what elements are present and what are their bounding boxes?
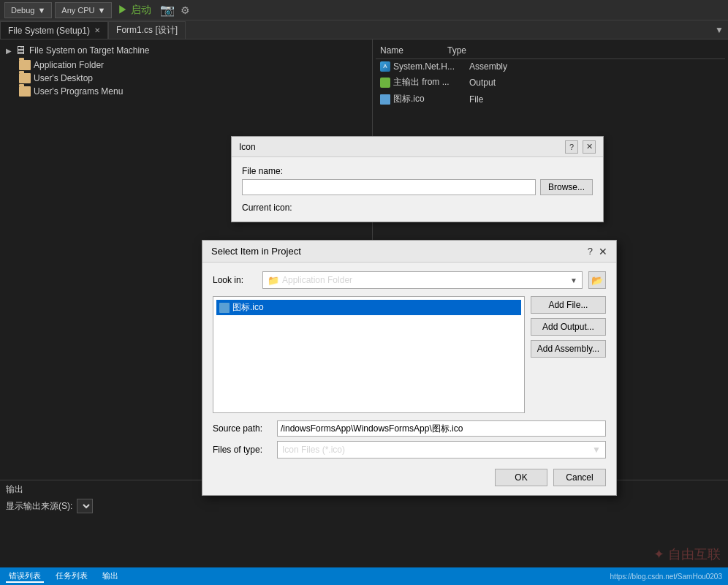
filename-input[interactable] — [242, 179, 536, 195]
tree-item-root[interactable]: ▶ 🖥 File System on Target Machine — [3, 42, 369, 58]
tree-item-appfolder[interactable]: Application Folder — [16, 58, 369, 72]
files-type-label: Files of type: — [213, 445, 271, 455]
tab-filesystem-close[interactable]: ✕ — [94, 26, 100, 34]
output-source-dropdown[interactable] — [77, 499, 93, 513]
select-dialog-title-text: Select Item in Project — [211, 246, 301, 257]
files-type-chevron: ▼ — [592, 445, 601, 455]
tree-item-desktop[interactable]: User's Desktop — [16, 72, 369, 85]
ok-cancel-row: OK Cancel — [213, 466, 606, 486]
debug-label: Debug — [11, 6, 34, 15]
look-in-row: Look in: 📁 Application Folder ▼ 📂 — [213, 271, 606, 289]
ok-button[interactable]: OK — [495, 469, 547, 486]
look-in-folder-button[interactable]: 📂 — [588, 271, 606, 289]
tab-dropdown-icon[interactable]: ▼ — [715, 25, 724, 35]
folder-dropdown-icon: 📁 — [268, 275, 279, 286]
col-name-header: Name — [380, 45, 403, 56]
add-output-button[interactable]: Add Output... — [531, 318, 606, 336]
side-buttons: Add File... Add Output... Add Assembly..… — [531, 296, 606, 413]
tab-filesystem-label: File System (Setup1) — [8, 26, 90, 36]
nt-row-1[interactable]: 主输出 from ... Output — [376, 74, 725, 91]
statusbar-url: https://blog.csdn.net/SamHou0203 — [610, 573, 722, 581]
folder-browse-icon: 📂 — [591, 275, 603, 286]
watermark-logo: ✦ 自由互联 — [653, 546, 721, 563]
select-dialog-help-btn[interactable]: ? — [588, 246, 593, 257]
file-item-0[interactable]: 图标.ico — [216, 300, 521, 315]
icon-dialog-close-btn[interactable]: ✕ — [583, 140, 596, 154]
output-source: 显示输出来源(S): — [6, 499, 722, 513]
icon-dialog: Icon ? ✕ File name: Browse... Current ic… — [231, 136, 604, 222]
dropdown-chevron: ▼ — [570, 276, 577, 284]
icon-dialog-help-btn[interactable]: ? — [565, 140, 578, 154]
output-source-label: 显示输出来源(S): — [6, 500, 72, 513]
add-assembly-button[interactable]: Add Assembly... — [531, 340, 606, 358]
browse-button[interactable]: Browse... — [540, 179, 593, 195]
tab-filesystem[interactable]: File System (Setup1) ✕ — [0, 21, 108, 39]
statusbar-tab-tasks[interactable]: 任务列表 — [53, 570, 91, 583]
file-list-area: 图标.ico Add File... Add Output... Add Ass… — [213, 296, 606, 413]
file-item-name-0: 图标.ico — [232, 301, 264, 314]
folder-icon-3 — [19, 86, 31, 97]
settings-icon: ⚙ — [181, 4, 190, 16]
tree-item-programs[interactable]: User's Programs Menu — [16, 85, 369, 98]
tree-item-desktop-label: User's Desktop — [34, 73, 93, 83]
tabbar: File System (Setup1) ✕ Form1.cs [设计] ▼ — [0, 20, 728, 39]
tree-root: ▶ 🖥 File System on Target Machine Applic… — [3, 42, 369, 98]
select-item-dialog: Select Item in Project ? ✕ Look in: 📁 Ap… — [202, 240, 617, 496]
camera-icon: 📷 — [160, 3, 175, 17]
select-dialog-close-btn[interactable]: ✕ — [599, 246, 607, 257]
tab-form1[interactable]: Form1.cs [设计] — [108, 21, 186, 39]
files-type-dropdown[interactable]: Icon Files (*.ico) ▼ — [277, 441, 606, 458]
file-icon — [380, 94, 390, 105]
icon-dialog-title-text: Icon — [239, 142, 256, 152]
tab-form1-label: Form1.cs [设计] — [116, 24, 178, 37]
folder-icon — [19, 60, 31, 70]
select-dialog-titlebar: Select Item in Project ? ✕ — [202, 241, 616, 263]
nt-type-2: File — [469, 94, 483, 105]
cpu-dropdown[interactable]: Any CPU ▼ — [55, 2, 112, 18]
watermark: ✦ 自由互联 — [653, 546, 721, 563]
debug-dropdown[interactable]: Debug ▼ — [4, 2, 52, 18]
cpu-label: Any CPU — [61, 6, 94, 15]
col-type-header: Type — [447, 45, 466, 56]
folder-icon-2 — [19, 73, 31, 83]
collapse-icon: ▶ — [6, 47, 12, 55]
filename-label: File name: — [242, 166, 593, 176]
nt-type-1: Output — [469, 78, 496, 88]
look-in-label: Look in: — [213, 275, 257, 285]
output-icon — [380, 78, 390, 88]
look-in-dropdown[interactable]: 📁 Application Folder ▼ — [262, 271, 583, 289]
filename-row: Browse... — [242, 179, 593, 195]
file-list[interactable]: 图标.ico — [213, 296, 525, 413]
tree-root-label: File System on Target Machine — [29, 45, 150, 56]
statusbar-tabs: 错误列表 任务列表 输出 — [6, 570, 121, 583]
file-item-icon-0 — [219, 303, 230, 313]
nt-name-0: System.Net.H... — [393, 61, 466, 72]
source-path-label: Source path: — [213, 423, 271, 434]
assembly-icon: A — [380, 61, 390, 72]
cancel-button[interactable]: Cancel — [553, 469, 606, 486]
current-icon-label: Current icon: — [242, 203, 593, 213]
computer-icon: 🖥 — [15, 44, 26, 57]
nt-type-0: Assembly — [469, 61, 507, 72]
select-dialog-body: Look in: 📁 Application Folder ▼ 📂 图标.ico — [202, 263, 616, 495]
nt-header: Name Type — [376, 42, 725, 59]
look-in-value: Application Folder — [282, 275, 352, 285]
select-dialog-controls: ? ✕ — [588, 246, 607, 257]
source-path-row: Source path: — [213, 420, 606, 437]
tree-item-programs-label: User's Programs Menu — [34, 86, 123, 97]
add-file-button[interactable]: Add File... — [531, 296, 606, 314]
nt-name-2: 图标.ico — [393, 93, 466, 105]
icon-dialog-body: File name: Browse... Current icon: — [232, 157, 603, 222]
statusbar-tab-errors[interactable]: 错误列表 — [6, 570, 44, 583]
icon-dialog-titlebar: Icon ? ✕ — [232, 137, 603, 157]
tree-item-appfolder-label: Application Folder — [34, 60, 104, 70]
statusbar-tab-output[interactable]: 输出 — [99, 570, 121, 583]
source-path-input[interactable] — [277, 420, 606, 437]
start-button[interactable]: ▶ 启动 — [115, 4, 154, 17]
nt-row-2[interactable]: 图标.ico File — [376, 91, 725, 107]
nt-name-1: 主输出 from ... — [393, 76, 466, 88]
files-type-value: Icon Files (*.ico) — [282, 445, 345, 455]
icon-dialog-controls: ? ✕ — [565, 140, 596, 154]
nt-row-0[interactable]: A System.Net.H... Assembly — [376, 59, 725, 74]
toolbar: Debug ▼ Any CPU ▼ ▶ 启动 📷 ⚙ — [0, 0, 728, 20]
